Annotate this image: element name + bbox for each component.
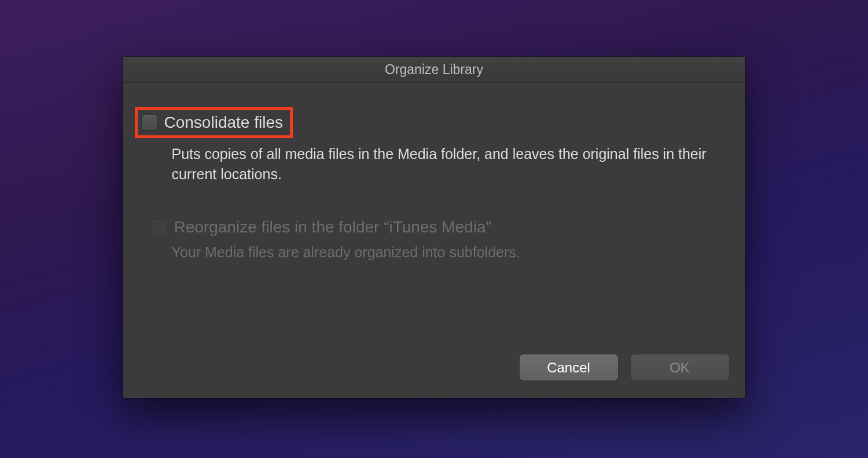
cancel-button[interactable]: Cancel bbox=[520, 354, 618, 381]
consolidate-files-row: Consolidate files bbox=[135, 107, 727, 138]
consolidate-highlight: Consolidate files bbox=[135, 107, 293, 138]
dialog-title: Organize Library bbox=[385, 62, 483, 77]
consolidate-files-label[interactable]: Consolidate files bbox=[164, 113, 283, 132]
reorganize-files-row: Reorganize files in the folder “iTunes M… bbox=[135, 218, 727, 237]
button-bar: Cancel OK bbox=[123, 354, 745, 398]
reorganize-files-label: Reorganize files in the folder “iTunes M… bbox=[174, 218, 491, 237]
consolidate-files-checkbox[interactable] bbox=[141, 114, 157, 131]
ok-button[interactable]: OK bbox=[631, 354, 729, 381]
reorganize-files-checkbox bbox=[151, 219, 167, 235]
reorganize-files-description: Your Media files are already organized i… bbox=[135, 242, 727, 263]
dialog-titlebar: Organize Library bbox=[123, 57, 745, 83]
consolidate-files-option: Consolidate files Puts copies of all med… bbox=[135, 107, 727, 184]
reorganize-files-option: Reorganize files in the folder “iTunes M… bbox=[135, 218, 727, 263]
consolidate-files-description: Puts copies of all media files in the Me… bbox=[135, 144, 727, 184]
dialog-content: Consolidate files Puts copies of all med… bbox=[123, 83, 745, 354]
organize-library-dialog: Organize Library Consolidate files Puts … bbox=[123, 57, 745, 398]
